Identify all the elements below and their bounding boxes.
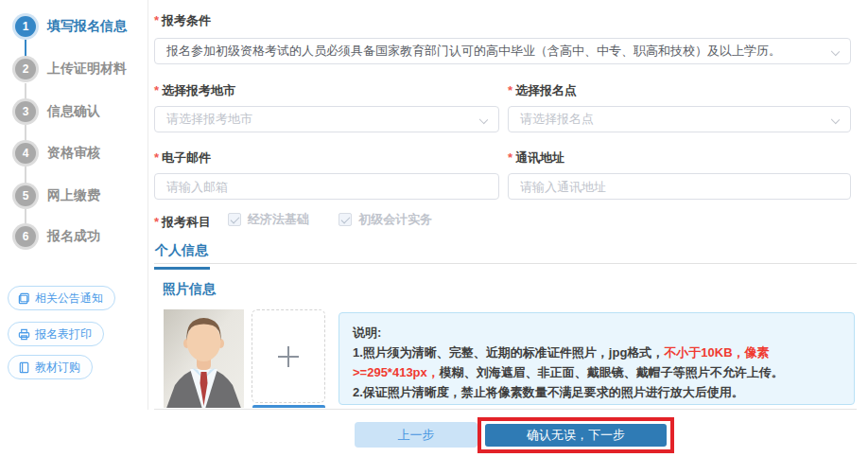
required-asterisk: * xyxy=(154,13,159,27)
required-asterisk: * xyxy=(508,83,512,97)
required-asterisk: * xyxy=(508,150,512,165)
site-select[interactable]: 请选择报名点 xyxy=(508,106,851,132)
step-label: 资格审核 xyxy=(47,145,100,162)
photo-requirements-note: 说明: 1.照片须为清晰、完整、近期的标准证件照片，jpg格式，不小于10KB，… xyxy=(339,312,855,405)
email-input[interactable] xyxy=(154,173,499,200)
printer-icon xyxy=(18,328,30,341)
registration-page: 1 填写报名信息 2 上传证明材料 3 信息确认 4 资格审核 5 网上缴费 6… xyxy=(0,0,868,457)
print-form-button[interactable]: 报名表打印 xyxy=(8,322,104,346)
plus-icon xyxy=(278,346,299,367)
textbook-order-button[interactable]: 教材订购 xyxy=(8,355,93,379)
tab-divider xyxy=(154,263,857,264)
required-asterisk: * xyxy=(154,150,159,165)
subjects-row: *报考科目 经济法基础 初级会计实务 xyxy=(154,211,432,231)
subject-label: 初级会计实务 xyxy=(358,211,432,228)
notice-button-label: 相关公告通知 xyxy=(35,290,103,307)
step-number-badge: 3 xyxy=(15,101,36,122)
book-button-label: 教材订购 xyxy=(35,360,80,376)
steps-sidebar: 1 填写报名信息 2 上传证明材料 3 信息确认 4 资格审核 5 网上缴费 6… xyxy=(0,0,148,410)
chevron-down-icon xyxy=(479,115,488,124)
subject-economic-law: 经济法基础 xyxy=(228,211,309,228)
site-select-placeholder: 请选择报名点 xyxy=(520,111,594,128)
step-online-payment: 5 网上缴费 xyxy=(15,185,100,206)
note-line-2: 2.保证照片清晰度，禁止将像素数量不满足要求的照片进行放大后使用。 xyxy=(353,382,841,402)
tab-personal-info[interactable]: 个人信息 xyxy=(154,242,210,270)
step-label: 报名成功 xyxy=(47,228,100,245)
step-connector xyxy=(25,167,26,184)
checkbox-checked-disabled-icon xyxy=(228,213,241,226)
condition-label: *报考条件 xyxy=(154,12,211,29)
step-connector xyxy=(25,40,26,59)
checkbox-checked-disabled-icon xyxy=(339,213,352,226)
step-number-badge: 4 xyxy=(15,143,36,164)
step-label: 填写报名信息 xyxy=(47,18,127,35)
step-info-confirm: 3 信息确认 xyxy=(15,101,100,122)
step-number-badge: 5 xyxy=(15,185,36,206)
step-registration-success: 6 报名成功 xyxy=(15,226,100,247)
city-label: *选择报考地市 xyxy=(154,82,235,99)
address-label: *通讯地址 xyxy=(508,149,564,167)
step-label: 信息确认 xyxy=(47,103,100,120)
book-icon xyxy=(18,361,30,374)
sample-photo xyxy=(164,309,244,408)
notice-button[interactable]: 相关公告通知 xyxy=(8,286,115,310)
avatar-portrait-image xyxy=(164,309,244,408)
city-select[interactable]: 请选择报考地市 xyxy=(154,106,499,132)
site-label: *选择报名点 xyxy=(508,82,577,99)
step-upload-materials: 2 上传证明材料 xyxy=(15,59,127,79)
step-qualification-review: 4 资格审核 xyxy=(15,143,100,164)
subject-label: 经济法基础 xyxy=(248,211,309,228)
previous-step-button[interactable]: 上一步 xyxy=(355,422,477,448)
required-asterisk: * xyxy=(154,83,159,97)
step-fill-info: 1 填写报名信息 xyxy=(15,16,127,37)
step-label: 网上缴费 xyxy=(47,187,100,204)
confirm-next-step-button[interactable]: 确认无误，下一步 xyxy=(485,424,667,447)
city-select-placeholder: 请选择报考地市 xyxy=(166,111,252,128)
notice-icon xyxy=(18,292,30,305)
condition-select[interactable]: 报名参加初级资格考试的人员必须具备国家教育部门认可的高中毕业（含高中、中专、职高… xyxy=(154,38,851,64)
condition-select-value: 报名参加初级资格考试的人员必须具备国家教育部门认可的高中毕业（含高中、中专、职高… xyxy=(166,43,781,60)
content-bottom-divider xyxy=(154,409,857,410)
step-connector xyxy=(25,209,26,224)
subject-elementary-accounting: 初级会计实务 xyxy=(339,211,432,228)
step-connector xyxy=(25,83,26,100)
step-number-badge: 1 xyxy=(15,16,36,37)
step-number-badge: 2 xyxy=(15,59,36,79)
note-line-1: 1.照片须为清晰、完整、近期的标准证件照片，jpg格式，不小于10KB，像素>=… xyxy=(353,343,841,382)
chevron-down-icon xyxy=(831,47,840,56)
photo-upload-box[interactable] xyxy=(252,309,325,403)
annotation-highlight-box: 确认无误，下一步 xyxy=(477,417,674,453)
photo-section-title: 照片信息 xyxy=(163,281,216,298)
registration-form: *报考条件 报名参加初级资格考试的人员必须具备国家教育部门认可的高中毕业（含高中… xyxy=(154,0,855,410)
step-connector xyxy=(25,125,26,141)
upload-button-clipped[interactable] xyxy=(252,405,325,408)
email-label: *电子邮件 xyxy=(154,149,211,167)
address-input[interactable] xyxy=(508,173,851,200)
required-asterisk: * xyxy=(154,215,159,229)
chevron-down-icon xyxy=(831,115,840,124)
print-button-label: 报名表打印 xyxy=(35,326,92,343)
step-number-badge: 6 xyxy=(15,226,36,247)
note-title: 说明: xyxy=(353,323,841,343)
step-label: 上传证明材料 xyxy=(47,61,127,78)
